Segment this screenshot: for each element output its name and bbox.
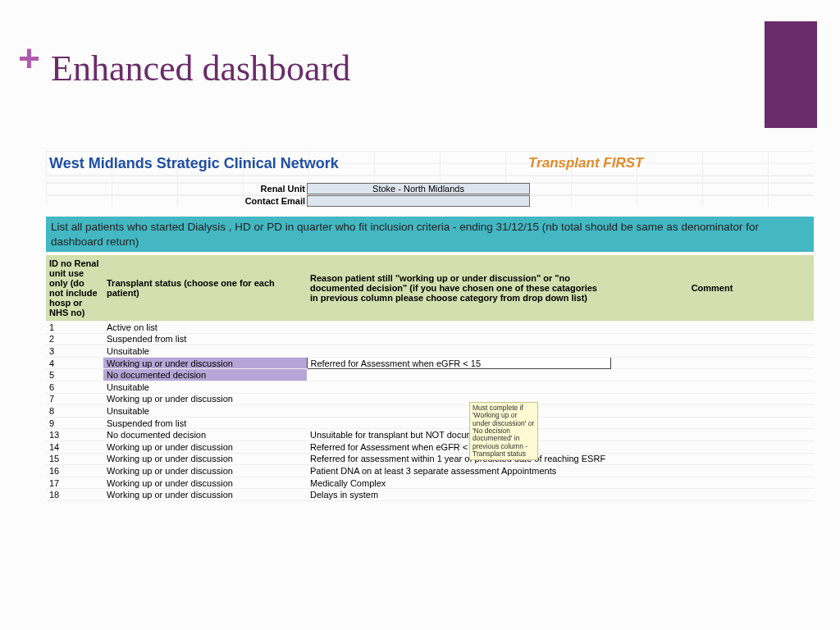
cell-reason[interactable] xyxy=(307,381,610,394)
cell-status[interactable]: Working up or under discussion xyxy=(103,393,307,405)
contact-email-field[interactable] xyxy=(307,195,530,207)
cell-reason[interactable]: Delays in system xyxy=(307,489,610,501)
renal-unit-label: Renal Unit xyxy=(46,183,307,194)
cell-comment[interactable] xyxy=(610,489,814,501)
table-row[interactable]: 5No documented decision xyxy=(46,369,814,381)
cell-status[interactable]: Working up or under discussion xyxy=(103,441,307,454)
cell-status[interactable]: Working up or under discussion xyxy=(103,357,307,369)
table-row[interactable]: 4Working up or under discussionReferred … xyxy=(46,357,814,369)
spreadsheet-region: West Midlands Strategic Clinical Network… xyxy=(46,151,814,501)
table-row[interactable]: 3Unsuitable xyxy=(46,345,814,358)
cell-reason[interactable]: Referred for assessment within 1 year of… xyxy=(307,453,610,465)
contact-email-label: Contact Email xyxy=(46,195,307,207)
col-header-reason: Reason patient still "working up or unde… xyxy=(307,255,610,322)
table-row[interactable]: 9Suspended from list xyxy=(46,417,814,429)
cell-status[interactable]: Working up or under discussion xyxy=(103,465,307,477)
cell-status[interactable]: Unsuitable xyxy=(103,345,307,358)
table-row[interactable]: 17Working up or under discussionMedicall… xyxy=(46,477,814,489)
accent-block xyxy=(765,21,817,128)
table-row[interactable]: 18Working up or under discussionDelays i… xyxy=(46,489,814,501)
cell-comment[interactable] xyxy=(610,477,814,489)
patient-table: ID no Renal unit use only (do not includ… xyxy=(46,255,814,501)
cell-status[interactable]: Working up or under discussion xyxy=(103,453,307,465)
table-row[interactable]: 1Active on list xyxy=(46,322,814,334)
validation-tooltip: Must complete if 'Working up or under di… xyxy=(469,402,538,460)
cell-id[interactable]: 17 xyxy=(46,477,103,489)
slide-title: Enhanced dashboard xyxy=(51,48,350,89)
cell-id[interactable]: 3 xyxy=(46,345,103,358)
cell-reason[interactable]: Medically Complex xyxy=(307,477,610,489)
cell-reason[interactable]: Patient DNA on at least 3 separate asses… xyxy=(307,465,610,477)
cell-status[interactable]: Unsuitable xyxy=(103,381,307,394)
cell-id[interactable]: 14 xyxy=(46,441,103,454)
table-row[interactable]: 8Unsuitable xyxy=(46,405,814,418)
cell-reason[interactable] xyxy=(307,322,610,334)
renal-unit-field[interactable]: Stoke - North Midlands xyxy=(307,183,530,194)
cell-comment[interactable] xyxy=(610,345,814,358)
cell-status[interactable]: Suspended from list xyxy=(103,417,307,429)
cell-reason[interactable] xyxy=(307,369,610,381)
cell-reason[interactable] xyxy=(307,345,610,358)
cell-status[interactable]: No documented decision xyxy=(103,429,307,441)
cell-id[interactable]: 15 xyxy=(46,453,103,465)
table-row[interactable]: 7Working up or under discussion xyxy=(46,393,814,405)
program-heading: Transplant FIRST xyxy=(528,155,643,171)
cell-id[interactable]: 13 xyxy=(46,429,103,441)
cell-comment[interactable] xyxy=(610,417,814,429)
cell-status[interactable]: Active on list xyxy=(103,322,307,334)
cell-comment[interactable] xyxy=(610,429,814,441)
cell-status[interactable]: No documented decision xyxy=(103,369,307,381)
cell-id[interactable]: 1 xyxy=(46,322,103,334)
cell-reason[interactable]: Referred for Assessment when eGFR < 15 xyxy=(307,441,610,454)
cell-status[interactable]: Unsuitable xyxy=(103,405,307,418)
cell-comment[interactable] xyxy=(610,393,814,405)
cell-id[interactable]: 16 xyxy=(46,465,103,477)
cell-reason[interactable] xyxy=(307,333,610,345)
col-header-status: Transplant status (choose one for each p… xyxy=(103,255,307,322)
cell-comment[interactable] xyxy=(610,381,814,394)
cell-comment[interactable] xyxy=(610,322,814,334)
col-header-id: ID no Renal unit use only (do not includ… xyxy=(46,255,103,322)
table-row[interactable]: 13No documented decisionUnsuitable for t… xyxy=(46,429,814,441)
cell-status[interactable]: Working up or under discussion xyxy=(103,489,307,501)
cell-status[interactable]: Suspended from list xyxy=(103,333,307,345)
cell-id[interactable]: 9 xyxy=(46,417,103,429)
network-heading: West Midlands Strategic Clinical Network xyxy=(49,155,339,172)
cell-reason[interactable] xyxy=(307,405,610,418)
cell-id[interactable]: 4 xyxy=(46,357,103,369)
col-header-comment: Comment xyxy=(610,255,814,322)
table-row[interactable]: 6Unsuitable xyxy=(46,381,814,394)
plus-icon: + xyxy=(18,39,40,77)
cell-id[interactable]: 6 xyxy=(46,381,103,394)
cell-comment[interactable] xyxy=(610,369,814,381)
cell-reason[interactable]: Unsuitable for transplant but NOT docume… xyxy=(307,429,610,441)
table-row[interactable]: 14Working up or under discussionReferred… xyxy=(46,441,814,454)
cell-comment[interactable] xyxy=(610,405,814,418)
cell-id[interactable]: 8 xyxy=(46,405,103,418)
table-row[interactable]: 15Working up or under discussionReferred… xyxy=(46,453,814,465)
cell-id[interactable]: 2 xyxy=(46,333,103,345)
cell-comment[interactable] xyxy=(610,333,814,345)
cell-reason[interactable] xyxy=(307,393,610,405)
cell-reason[interactable] xyxy=(307,417,610,429)
table-row[interactable]: 16Working up or under discussionPatient … xyxy=(46,465,814,477)
instruction-band: List all patients who started Dialysis ,… xyxy=(46,217,814,252)
cell-id[interactable]: 18 xyxy=(46,489,103,501)
cell-id[interactable]: 5 xyxy=(46,369,103,381)
cell-status[interactable]: Working up or under discussion xyxy=(103,477,307,489)
cell-comment[interactable] xyxy=(610,441,814,454)
cell-id[interactable]: 7 xyxy=(46,393,103,405)
cell-comment[interactable] xyxy=(610,465,814,477)
cell-reason[interactable]: Referred for Assessment when eGFR < 15▾ xyxy=(307,357,610,369)
table-row[interactable]: 2Suspended from list xyxy=(46,333,814,345)
cell-comment[interactable] xyxy=(610,357,814,369)
cell-comment[interactable] xyxy=(610,453,814,465)
